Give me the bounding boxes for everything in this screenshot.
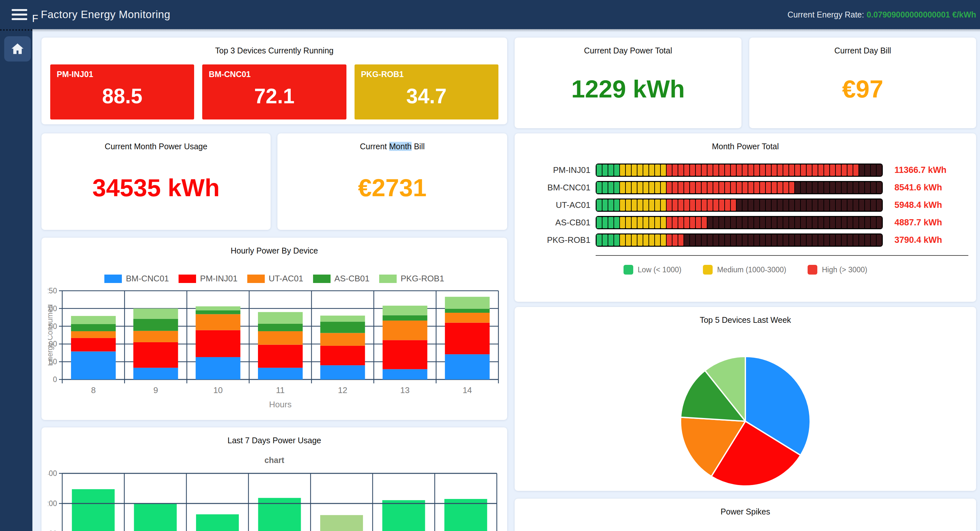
month-total-panel: Month Power Total PM-INJ0111366.7 kWhBM-… — [515, 133, 976, 302]
legend-label: UT-AC01 — [269, 274, 303, 284]
legend-label: PKG-ROB1 — [401, 274, 444, 284]
month-row-segment-bar — [596, 181, 883, 194]
svg-text:11: 11 — [276, 385, 285, 395]
last7-bar-chart: 1,4001,2001,000 — [48, 469, 501, 531]
month-row-value: 8541.6 kWh — [894, 182, 968, 193]
selected-text: Month — [389, 142, 412, 151]
pie-panel: Top 5 Devices Last Week — [515, 307, 976, 491]
legend-item: High (> 3000) — [808, 265, 867, 274]
month-row-device: UT-AC01 — [522, 200, 590, 210]
day-power-value: 1229 kWh — [515, 55, 741, 128]
app-bar: Factory Energy Monitoring Current Energy… — [0, 0, 980, 29]
power-spikes-chart: 130 — [519, 520, 972, 531]
legend-swatch — [808, 265, 817, 274]
month-bill-title: Current Month Bill — [277, 133, 507, 151]
svg-text:Energy Consumed: Energy Consumed — [48, 304, 54, 366]
month-row-device: BM-CNC01 — [522, 182, 590, 193]
legend-swatch — [703, 265, 713, 274]
svg-text:14: 14 — [463, 385, 472, 395]
devices-pie-chart — [677, 353, 813, 489]
legend-item: PKG-ROB1 — [379, 274, 444, 284]
top-devices-panel: Top 3 Devices Currently Running PM-INJ01… — [41, 38, 507, 124]
hourly-chart-title: Hourly Power By Device — [41, 238, 507, 255]
svg-text:Hours: Hours — [269, 399, 291, 409]
app-title: Factory Energy Monitoring — [41, 8, 170, 21]
power-spikes-panel: Power Spikes 130 — [515, 499, 976, 531]
day-bill-value: €97 — [749, 55, 976, 128]
top-devices-cards: PM-INJ01 88.5 BM-CNC01 72.1 PKG-ROB1 34.… — [41, 55, 507, 119]
device-value: 88.5 — [102, 84, 143, 108]
month-total-separator — [596, 255, 968, 256]
hourly-chart-panel: Hourly Power By Device BM-CNC01PM-INJ01U… — [41, 238, 507, 420]
hamburger-menu-icon[interactable] — [12, 9, 27, 20]
month-row-segment-bar — [596, 163, 883, 177]
content-top-shadow — [32, 29, 980, 32]
legend-label: BM-CNC01 — [126, 274, 169, 284]
last7-subtitle: chart — [41, 456, 507, 465]
energy-rate: Current Energy Rate:0.07909000000000001 … — [788, 10, 976, 19]
legend-swatch — [178, 274, 196, 283]
month-row-device: AS-CB01 — [522, 217, 590, 228]
device-card: PM-INJ01 88.5 — [50, 65, 194, 119]
svg-text:1,400: 1,400 — [48, 469, 57, 477]
legend-item: Low (< 1000) — [624, 265, 681, 274]
month-bill-card: Current Month Bill €2731 — [277, 133, 507, 230]
top-devices-title: Top 3 Devices Currently Running — [41, 38, 507, 55]
legend-swatch — [104, 274, 122, 283]
svg-text:0: 0 — [53, 375, 57, 384]
hourly-chart-legend: BM-CNC01PM-INJ01UT-AC01AS-CB01PKG-ROB1 — [41, 274, 507, 284]
month-row-value: 11366.7 kWh — [894, 165, 968, 175]
power-spikes-title: Power Spikes — [515, 499, 976, 517]
month-total-row: UT-AC015948.4 kWh — [522, 198, 968, 212]
legend-item: UT-AC01 — [247, 274, 303, 284]
legend-label: PM-INJ01 — [200, 274, 237, 284]
month-total-row: PM-INJ0111366.7 kWh — [522, 163, 968, 177]
device-card: PKG-ROB1 34.7 — [355, 65, 498, 119]
month-row-value: 3790.4 kWh — [894, 235, 968, 245]
legend-item: Medium (1000-3000) — [703, 265, 786, 274]
svg-text:1,000: 1,000 — [48, 529, 57, 531]
last7-title: Last 7 Days Power Usage — [41, 427, 507, 445]
energy-rate-label: Current Energy Rate: — [788, 10, 864, 19]
legend-swatch — [247, 274, 265, 283]
legend-label: AS-CB01 — [334, 274, 369, 284]
month-bill-title-post: Bill — [412, 142, 425, 151]
legend-swatch — [313, 274, 331, 283]
sidebar — [0, 29, 32, 531]
legend-label: High (> 3000) — [822, 265, 867, 274]
device-name: BM-CNC01 — [209, 70, 250, 79]
device-value: 72.1 — [254, 84, 294, 108]
legend-swatch — [379, 274, 397, 283]
svg-text:250: 250 — [48, 287, 57, 295]
last7-chart-panel: Last 7 Days Power Usage chart 1,4001,200… — [41, 427, 507, 531]
month-total-rows: PM-INJ0111366.7 kWhBM-CNC018541.6 kWhUT-… — [515, 163, 976, 247]
device-name: PM-INJ01 — [57, 70, 93, 79]
energy-rate-value: 0.07909000000000001 €/kWh — [867, 10, 976, 19]
pie-title: Top 5 Devices Last Week — [515, 307, 976, 325]
day-bill-card: Current Day Bill €97 — [749, 38, 976, 128]
home-icon — [11, 43, 24, 55]
month-power-card: Current Month Power Usage 34535 kWh — [41, 133, 270, 230]
month-total-row: AS-CB014887.7 kWh — [522, 216, 968, 229]
hourly-stacked-bar-chart: 050100150200250891011121314HoursEnergy C… — [48, 285, 501, 414]
month-power-value: 34535 kWh — [41, 151, 270, 230]
month-bill-title-pre: Current — [360, 142, 389, 151]
month-row-segment-bar — [596, 233, 883, 247]
day-power-title: Current Day Power Total — [515, 38, 741, 55]
svg-text:1,200: 1,200 — [48, 499, 57, 508]
month-bill-value: €2731 — [277, 151, 507, 230]
month-row-device: PKG-ROB1 — [522, 235, 590, 245]
legend-item: BM-CNC01 — [104, 274, 169, 284]
device-value: 34.7 — [406, 84, 447, 108]
month-total-legend: Low (< 1000)Medium (1000-3000)High (> 30… — [515, 265, 976, 274]
month-row-segment-bar — [596, 216, 883, 229]
device-name: PKG-ROB1 — [361, 70, 404, 79]
month-total-row: PKG-ROB13790.4 kWh — [522, 233, 968, 247]
svg-text:12: 12 — [338, 385, 347, 395]
day-bill-title: Current Day Bill — [749, 38, 976, 55]
svg-text:10: 10 — [213, 385, 223, 395]
legend-item: PM-INJ01 — [178, 274, 237, 284]
month-total-row: BM-CNC018541.6 kWh — [522, 181, 968, 194]
home-button[interactable] — [4, 36, 31, 62]
svg-text:8: 8 — [91, 385, 95, 395]
